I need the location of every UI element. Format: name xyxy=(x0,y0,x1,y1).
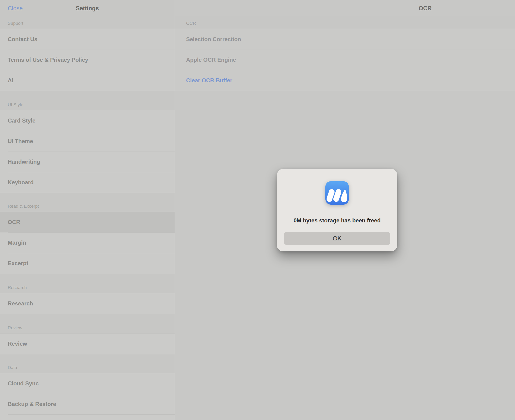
sidebar-item-keyboard[interactable]: Keyboard xyxy=(0,172,175,193)
detail-title: OCR xyxy=(419,5,432,12)
close-button[interactable]: Close xyxy=(8,5,23,12)
sidebar-item-ocr[interactable]: OCR xyxy=(0,212,175,232)
detail-group-ocr: Selection Correction Apple OCR Engine Cl… xyxy=(175,29,515,91)
detail-row-clear-ocr-buffer[interactable]: Clear OCR Buffer xyxy=(175,70,515,91)
detail-row-apple-ocr-engine[interactable]: Apple OCR Engine xyxy=(175,50,515,70)
section-header-support: Support xyxy=(0,16,175,29)
sidebar-group-read-excerpt: OCR Margin Excerpt xyxy=(0,212,175,274)
sidebar-item-ai[interactable]: AI xyxy=(0,70,175,91)
sidebar-navbar: Close Settings xyxy=(0,0,175,16)
sidebar-group-data: Cloud Sync Backup & Restore xyxy=(0,373,175,420)
sidebar-group-review: Review xyxy=(0,333,175,354)
section-header-read-excerpt: Read & Excerpt xyxy=(0,193,175,212)
sidebar-item-ui-theme[interactable]: UI Theme xyxy=(0,131,175,151)
section-header-review: Review xyxy=(0,314,175,333)
sidebar-item-backup-restore[interactable]: Backup & Restore xyxy=(0,394,175,414)
sidebar-item-contact-us[interactable]: Contact Us xyxy=(0,29,175,50)
sidebar-item-research[interactable]: Research xyxy=(0,293,175,314)
sidebar-item-label: Margin xyxy=(8,240,26,246)
detail-row-label: Apple OCR Engine xyxy=(186,57,236,63)
sidebar-item-terms-privacy[interactable]: Terms of Use & Privacy Policy xyxy=(0,50,175,70)
sidebar-item-margin[interactable]: Margin xyxy=(0,232,175,253)
sidebar-item-label: UI Theme xyxy=(8,138,33,144)
settings-screen: Close Settings Support Contact Us Terms … xyxy=(0,0,515,420)
detail-row-selection-correction[interactable]: Selection Correction xyxy=(175,29,515,50)
sidebar-item-cloud-sync[interactable]: Cloud Sync xyxy=(0,373,175,394)
sidebar-item-label: Excerpt xyxy=(8,260,28,267)
sidebar-item-label: Review xyxy=(8,340,27,347)
sidebar-group-research: Research xyxy=(0,293,175,314)
sidebar-item-card-style[interactable]: Card Style xyxy=(0,110,175,131)
sidebar-item-label: Keyboard xyxy=(8,179,34,186)
detail-navbar: OCR xyxy=(175,0,515,16)
sidebar-item-partial-clipped[interactable] xyxy=(0,414,175,420)
sidebar-group-support: Contact Us Terms of Use & Privacy Policy… xyxy=(0,29,175,91)
ok-button[interactable]: OK xyxy=(284,232,390,245)
sidebar-item-label: Handwriting xyxy=(8,158,40,165)
sidebar-item-label: Terms of Use & Privacy Policy xyxy=(8,57,88,63)
section-header-research: Research xyxy=(0,274,175,293)
sidebar-item-label: Contact Us xyxy=(8,36,38,43)
storage-freed-alert-dialog: 0M bytes storage has been freed OK xyxy=(277,169,397,251)
sidebar-item-label: OCR xyxy=(8,219,20,225)
sidebar-title: Settings xyxy=(76,5,99,12)
sidebar-item-label: AI xyxy=(8,77,13,84)
clear-ocr-buffer-link[interactable]: Clear OCR Buffer xyxy=(186,77,232,84)
detail-section-header-ocr: OCR xyxy=(175,16,515,29)
sidebar-item-handwriting[interactable]: Handwriting xyxy=(0,151,175,172)
sidebar-item-label: Cloud Sync xyxy=(8,380,39,387)
section-header-ui-style: UI Style xyxy=(0,91,175,110)
sidebar-item-excerpt[interactable]: Excerpt xyxy=(0,253,175,274)
dialog-message: 0M bytes storage has been freed xyxy=(277,217,397,224)
section-header-data: Data xyxy=(0,354,175,373)
pane-divider xyxy=(175,0,175,420)
sidebar-group-ui-style: Card Style UI Theme Handwriting Keyboard xyxy=(0,110,175,193)
sidebar-item-label: Research xyxy=(8,300,33,307)
settings-sidebar: Close Settings Support Contact Us Terms … xyxy=(0,0,175,420)
sidebar-item-review[interactable]: Review xyxy=(0,333,175,354)
sidebar-item-label: Backup & Restore xyxy=(8,401,56,407)
sidebar-item-label: Card Style xyxy=(8,117,36,124)
detail-row-label: Selection Correction xyxy=(186,36,241,43)
marginnote-app-icon xyxy=(325,181,349,205)
